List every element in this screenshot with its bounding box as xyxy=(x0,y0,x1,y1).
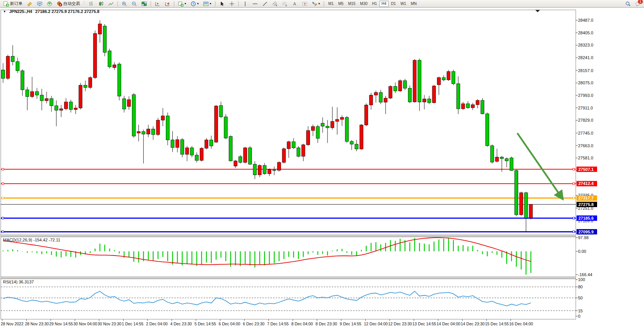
level-handle[interactable] xyxy=(573,183,575,185)
candle-body[interactable] xyxy=(35,92,39,95)
candle-body[interactable] xyxy=(432,86,436,103)
candle-body[interactable] xyxy=(447,71,450,80)
level-handle[interactable] xyxy=(573,168,575,170)
candle-body[interactable] xyxy=(331,121,334,128)
candle-body[interactable] xyxy=(117,64,121,96)
candle-body[interactable] xyxy=(200,148,203,161)
candle-body[interactable] xyxy=(282,149,286,162)
shapes-button[interactable]: ▾ xyxy=(310,0,322,7)
crosshair-button[interactable] xyxy=(227,0,236,7)
tile-windows-button[interactable] xyxy=(140,0,149,7)
candle-body[interactable] xyxy=(393,87,397,91)
timeframe-m15-button[interactable]: M15 xyxy=(346,1,358,7)
candle-body[interactable] xyxy=(365,105,368,125)
candle-body[interactable] xyxy=(326,126,329,128)
price-pane[interactable] xyxy=(1,10,576,235)
zoom-in-button[interactable] xyxy=(120,0,129,7)
candle-body[interactable] xyxy=(59,109,63,110)
new-chart-button[interactable]: ▾ xyxy=(176,0,188,7)
candle-body[interactable] xyxy=(345,117,348,141)
timeframe-m5-button[interactable]: M5 xyxy=(336,1,346,7)
level-handle[interactable] xyxy=(573,217,575,219)
candle-body[interactable] xyxy=(311,127,315,130)
candle-body[interactable] xyxy=(161,116,165,120)
candle-body[interactable] xyxy=(132,95,136,136)
candle-body[interactable] xyxy=(98,24,102,34)
candle-body[interactable] xyxy=(16,62,19,71)
candle-body[interactable] xyxy=(166,116,169,140)
candle-body[interactable] xyxy=(6,56,10,79)
candle-body[interactable] xyxy=(510,158,513,170)
candle-body[interactable] xyxy=(466,104,470,108)
candle-body[interactable] xyxy=(427,99,431,103)
period-button[interactable]: ▾ xyxy=(189,0,201,7)
line-chart-button[interactable] xyxy=(106,0,116,7)
candle-body[interactable] xyxy=(292,142,296,148)
candle-body[interactable] xyxy=(31,92,34,96)
candle-body[interactable] xyxy=(151,129,155,135)
candle-body[interactable] xyxy=(239,157,242,162)
label-button[interactable]: T xyxy=(300,0,309,7)
candle-body[interactable] xyxy=(137,132,140,133)
new-order-button[interactable]: 新订单 xyxy=(2,0,24,7)
candle-body[interactable] xyxy=(263,166,266,174)
level-handle[interactable] xyxy=(573,197,575,199)
candle-body[interactable] xyxy=(355,144,358,149)
candle-body[interactable] xyxy=(340,117,344,119)
fibonacci-button[interactable]: F xyxy=(280,0,289,7)
candle-body[interactable] xyxy=(127,100,131,106)
candle-body[interactable] xyxy=(369,95,373,105)
candle-body[interactable] xyxy=(190,148,194,155)
timeframe-d1-button[interactable]: D1 xyxy=(389,1,398,7)
candle-body[interactable] xyxy=(229,137,233,161)
cursor-button[interactable] xyxy=(217,0,226,7)
candle-body[interactable] xyxy=(302,145,305,156)
trendline-button[interactable] xyxy=(260,0,270,7)
candle-body[interactable] xyxy=(2,70,5,78)
market-watch-button[interactable] xyxy=(35,0,44,7)
candle-body[interactable] xyxy=(461,104,465,109)
candle-body[interactable] xyxy=(11,56,14,62)
timeframe-h4-button[interactable]: H4 xyxy=(379,1,389,7)
candle-body[interactable] xyxy=(398,80,402,91)
candle-body[interactable] xyxy=(74,108,77,109)
candle-body[interactable] xyxy=(142,132,145,134)
candle-body[interactable] xyxy=(103,26,106,52)
candle-body[interactable] xyxy=(486,114,489,146)
vertical-line-button[interactable] xyxy=(241,0,250,7)
level-handle[interactable] xyxy=(2,197,4,199)
candle-body[interactable] xyxy=(456,84,460,109)
candle-body[interactable] xyxy=(490,146,494,162)
candle-body[interactable] xyxy=(452,71,455,84)
candle-body[interactable] xyxy=(389,87,392,98)
candle-body[interactable] xyxy=(84,85,87,87)
candle-body[interactable] xyxy=(287,142,291,149)
timeframe-h1-button[interactable]: H1 xyxy=(370,1,379,7)
candle-body[interactable] xyxy=(195,155,199,161)
level-handle[interactable] xyxy=(573,231,575,233)
candle-body[interactable] xyxy=(520,193,523,215)
signals-button[interactable] xyxy=(45,0,54,7)
candle-body[interactable] xyxy=(248,148,252,164)
candle-body[interactable] xyxy=(21,71,24,90)
candle-body[interactable] xyxy=(64,102,68,109)
notifications-button[interactable]: 1 xyxy=(633,0,642,7)
candle-body[interactable] xyxy=(379,92,382,102)
chart-canvas[interactable]: 28487.028405.028323.028241.028157.028075… xyxy=(0,8,644,328)
candle-body[interactable] xyxy=(321,123,324,126)
candle-body[interactable] xyxy=(108,51,111,67)
bar-chart-button[interactable] xyxy=(87,0,96,7)
candle-body[interactable] xyxy=(156,120,160,135)
candle-chart-button[interactable] xyxy=(96,0,106,7)
candle-body[interactable] xyxy=(219,106,223,117)
candle-body[interactable] xyxy=(384,98,387,102)
candle-body[interactable] xyxy=(214,106,218,142)
auto-trading-button[interactable]: 自动交易 xyxy=(55,0,82,7)
candle-body[interactable] xyxy=(210,140,213,146)
candle-body[interactable] xyxy=(50,98,53,106)
candle-body[interactable] xyxy=(122,99,126,109)
candle-body[interactable] xyxy=(224,117,228,138)
candle-body[interactable] xyxy=(403,80,407,88)
candle-body[interactable] xyxy=(244,148,247,162)
candle-body[interactable] xyxy=(278,162,281,170)
